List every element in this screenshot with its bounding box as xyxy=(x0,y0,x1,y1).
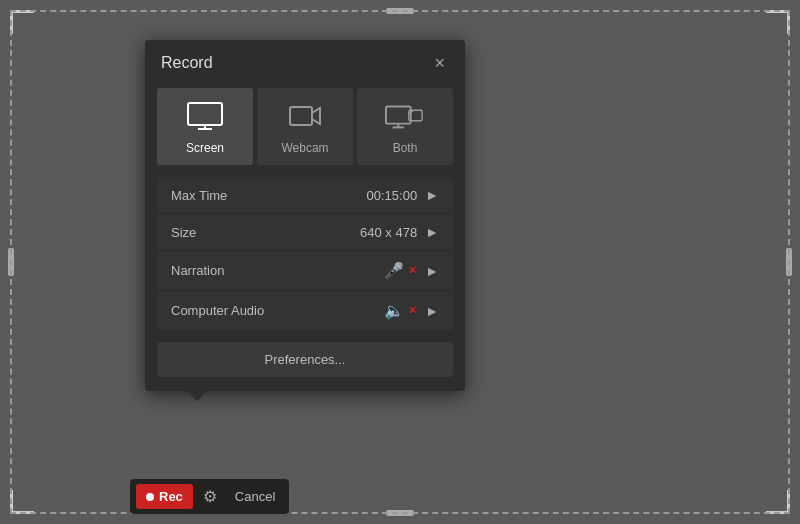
setting-audio-row: Computer Audio 🔈 ✕ ► xyxy=(157,291,453,330)
corner-br xyxy=(766,490,790,514)
handle-right[interactable] xyxy=(786,248,792,276)
handle-bottom[interactable] xyxy=(386,510,414,516)
mic-wrap: 🎤 ✕ xyxy=(384,261,417,280)
size-arrow[interactable]: ► xyxy=(425,224,439,240)
mode-screen-button[interactable]: Screen xyxy=(157,88,253,165)
size-value-group: 640 x 478 ► xyxy=(360,224,439,240)
corner-bl xyxy=(10,490,34,514)
speaker-disabled-icon: ✕ xyxy=(408,304,417,317)
preferences-area: Preferences... xyxy=(157,342,453,377)
cancel-button[interactable]: Cancel xyxy=(227,484,283,509)
svg-rect-4 xyxy=(386,106,411,123)
settings-area: Max Time 00:15:00 ► Size 640 x 478 ► Nar… xyxy=(157,177,453,330)
both-icon xyxy=(385,102,425,133)
maxtime-value-group: 00:15:00 ► xyxy=(367,187,439,203)
webcam-icon xyxy=(289,102,321,133)
settings-button[interactable]: ⚙ xyxy=(197,483,223,510)
audio-value-group: 🔈 ✕ ► xyxy=(384,301,439,320)
maxtime-arrow[interactable]: ► xyxy=(425,187,439,203)
microphone-icon: 🎤 xyxy=(384,261,404,280)
mode-both-button[interactable]: Both xyxy=(357,88,453,165)
corner-tr xyxy=(766,10,790,34)
mic-disabled-icon: ✕ xyxy=(408,264,417,277)
audio-arrow[interactable]: ► xyxy=(425,303,439,319)
close-button[interactable]: × xyxy=(430,52,449,74)
size-value: 640 x 478 xyxy=(360,225,417,240)
maxtime-value: 00:15:00 xyxy=(367,188,418,203)
setting-narration-row: Narration 🎤 ✕ ► xyxy=(157,251,453,291)
speaker-icon: 🔈 xyxy=(384,301,404,320)
mode-webcam-button[interactable]: Webcam xyxy=(257,88,353,165)
speaker-wrap: 🔈 ✕ xyxy=(384,301,417,320)
size-label: Size xyxy=(171,225,196,240)
dialog-tail xyxy=(187,391,207,401)
gear-icon: ⚙ xyxy=(203,488,217,505)
handle-top[interactable] xyxy=(386,8,414,14)
screen-icon xyxy=(187,102,223,133)
svg-rect-3 xyxy=(290,107,312,125)
audio-label: Computer Audio xyxy=(171,303,264,318)
record-dialog: Record × Screen Webcam xyxy=(145,40,465,391)
mode-both-label: Both xyxy=(393,141,418,155)
bottom-toolbar: Rec ⚙ Cancel xyxy=(130,479,289,514)
dialog-header: Record × xyxy=(145,40,465,84)
rec-dot-icon xyxy=(146,493,154,501)
preferences-button[interactable]: Preferences... xyxy=(157,342,453,377)
narration-value-group: 🎤 ✕ ► xyxy=(384,261,439,280)
corner-tl xyxy=(10,10,34,34)
handle-left[interactable] xyxy=(8,248,14,276)
rec-button[interactable]: Rec xyxy=(136,484,193,509)
setting-size-row: Size 640 x 478 ► xyxy=(157,214,453,251)
rec-label: Rec xyxy=(159,489,183,504)
svg-rect-0 xyxy=(188,103,222,125)
mode-screen-label: Screen xyxy=(186,141,224,155)
dialog-title: Record xyxy=(161,54,213,72)
mode-selector: Screen Webcam Both xyxy=(157,88,453,165)
setting-maxtime-row: Max Time 00:15:00 ► xyxy=(157,177,453,214)
narration-label: Narration xyxy=(171,263,224,278)
maxtime-label: Max Time xyxy=(171,188,227,203)
mode-webcam-label: Webcam xyxy=(281,141,328,155)
narration-arrow[interactable]: ► xyxy=(425,263,439,279)
